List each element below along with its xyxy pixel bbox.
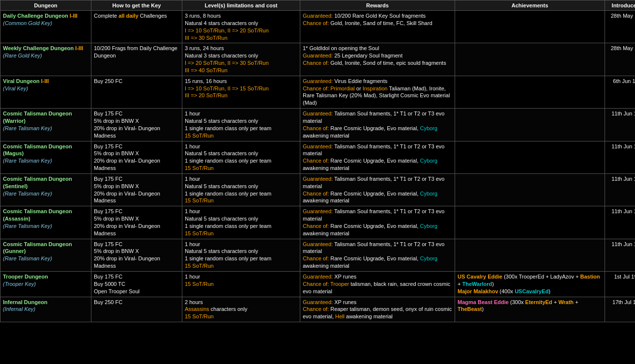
table-row: Infernal Dungeon(Infernal Key)Buy 250 FC… [0,297,635,322]
header-rewards: Rewards [300,0,455,11]
dungeon-cell: Trooper Dungeon(Trooper Key) [0,272,91,297]
rewards-cell: Guaranteed: Talisman Soul framents, 1* T… [300,173,455,206]
dungeon-cell: Cosmic Talisman Dungeon (Gunner)(Rare Ta… [0,239,91,271]
introduced-cell: 6th Jun 19 [605,76,635,108]
achievements-cell [455,239,605,271]
dungeon-cell: Cosmic Talisman Dungeon (Assassin)(Rare … [0,206,91,239]
achievements-cell [455,76,605,108]
achievements-cell: Magma Beast Eddie (300x EternityEd + Wra… [455,297,605,322]
how-cell: Buy 175 FC5% drop in BNW X20% drop in Vi… [91,206,182,239]
table-row: Trooper Dungeon(Trooper Key)Buy 175 FCBu… [0,272,635,297]
level-cell: 1 hour15 SoT/Run [182,272,300,297]
dungeon-cell: Cosmic Talisman Dungeon (Magus)(Rare Tal… [0,141,91,173]
rewards-cell: Guaranteed: XP runesChance of: Trooper t… [300,272,455,297]
achievements-cell [455,141,605,173]
achievements-cell [455,43,605,76]
dungeon-cell: Cosmic Talisman Dungeon (Warrior)(Rare T… [0,109,91,141]
level-cell: 15 runs, 16 hoursI => 10 SoT/Run, II => … [182,76,300,108]
introduced-cell: 28th May 19 [605,43,635,76]
level-cell: 3 runs, 8 hoursNatural 4 stars character… [182,11,300,43]
introduced-cell: 11th Jun 19 [605,141,635,173]
how-cell: Buy 175 FC5% drop in BNW X20% drop in Vi… [91,239,182,271]
achievements-cell [455,11,605,43]
table-row: Daily Challenge Dungeon I-III(Common Gol… [0,11,635,43]
rewards-cell: Guaranteed: Talisman Soul framents, 1* T… [300,141,455,173]
achievements-cell [455,206,605,239]
table-row: Cosmic Talisman Dungeon (Assassin)(Rare … [0,206,635,239]
rewards-cell: Guaranteed: Talisman Soul framents, 1* T… [300,109,455,141]
introduced-cell: 17th Jul 19 [605,297,635,322]
introduced-cell: 11th Jun 19 [605,173,635,206]
how-cell: Buy 175 FC5% drop in BNW X20% drop in Vi… [91,109,182,141]
how-cell: Buy 250 FC [91,297,182,322]
rewards-cell: Guaranteed: 10/200 Rare Gold Key Soul fr… [300,11,455,43]
introduced-cell: 1st Jul 19 [605,272,635,297]
header-key: How to get the Key [91,0,182,11]
rewards-cell: Guaranteed: Talisman Soul framents, 1* T… [300,239,455,271]
how-cell: Buy 175 FC5% drop in BNW X20% drop in Vi… [91,141,182,173]
introduced-cell: 11th Jun 19 [605,109,635,141]
table-row: Cosmic Talisman Dungeon (Sentinel)(Rare … [0,173,635,206]
rewards-cell: Guaranteed: Virus Eddie fragmentsChance … [300,76,455,108]
achievements-cell [455,109,605,141]
dungeon-cell: Weekly Challenge Dungeon I-III(Rare Gold… [0,43,91,76]
header-level: Level(s) limitations and cost [182,0,300,11]
introduced-cell: 28th May 19 [605,11,635,43]
header-introduced: Introduced [605,0,635,11]
level-cell: 3 runs, 24 hoursNatural 3 stars characte… [182,43,300,76]
dungeon-cell: Viral Dungeon I-III(Viral Key) [0,76,91,108]
rewards-cell: Guaranteed: Talisman Soul framents, 1* T… [300,206,455,239]
level-cell: 1 hourNatural 5 stars characters only1 s… [182,206,300,239]
table-row: Viral Dungeon I-III(Viral Key)Buy 250 FC… [0,76,635,108]
dungeon-cell: Infernal Dungeon(Infernal Key) [0,297,91,322]
achievements-cell: US Cavalry Eddie (300x TrooperEd + LadyA… [455,272,605,297]
rewards-cell: 1* GoldIdol on opening the SoulGuarantee… [300,43,455,76]
how-cell: 10/200 Frags from Daily Challenge Dungeo… [91,43,182,76]
dungeon-cell: Daily Challenge Dungeon I-III(Common Gol… [0,11,91,43]
level-cell: 1 hourNatural 5 stars characters only1 s… [182,141,300,173]
how-cell: Buy 175 FCBuy 5000 TCOpen Trooper Soul [91,272,182,297]
header-dungeon: Dungeon [0,0,91,11]
level-cell: 1 hourNatural 5 stars characters only1 s… [182,173,300,206]
level-cell: 1 hourNatural 5 stars characters only1 s… [182,239,300,271]
header-achievements: Achievements [455,0,605,11]
dungeon-table: Dungeon How to get the Key Level(s) limi… [0,0,635,322]
introduced-cell: 11th Jun 19 [605,239,635,271]
rewards-cell: Guaranteed: XP runesChance of: Reaper ta… [300,297,455,322]
how-cell: Complete all daily Challenges [91,11,182,43]
introduced-cell: 11th Jun 19 [605,206,635,239]
table-row: Cosmic Talisman Dungeon (Warrior)(Rare T… [0,109,635,141]
level-cell: 2 hoursAssassins characters only15 SoT/R… [182,297,300,322]
how-cell: Buy 250 FC [91,76,182,108]
table-row: Cosmic Talisman Dungeon (Gunner)(Rare Ta… [0,239,635,271]
table-row: Cosmic Talisman Dungeon (Magus)(Rare Tal… [0,141,635,173]
level-cell: 1 hourNatural 5 stars characters only1 s… [182,109,300,141]
dungeon-cell: Cosmic Talisman Dungeon (Sentinel)(Rare … [0,173,91,206]
how-cell: Buy 175 FC5% drop in BNW X20% drop in Vi… [91,173,182,206]
achievements-cell [455,173,605,206]
table-row: Weekly Challenge Dungeon I-III(Rare Gold… [0,43,635,76]
